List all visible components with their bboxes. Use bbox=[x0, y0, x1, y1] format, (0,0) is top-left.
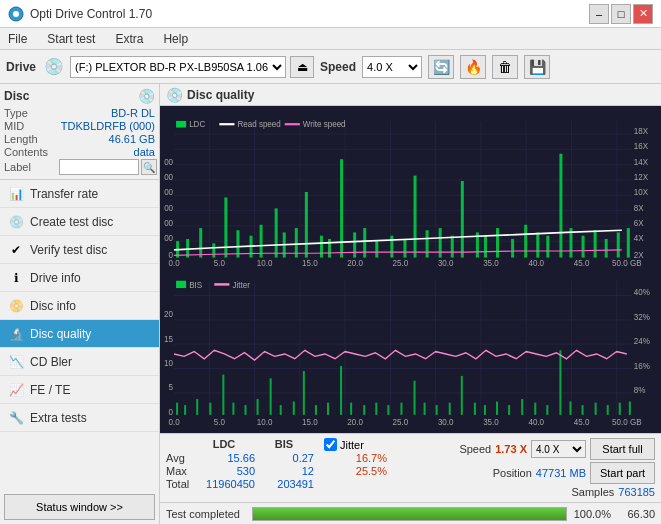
svg-text:100: 100 bbox=[164, 233, 173, 243]
svg-text:45.0: 45.0 bbox=[574, 258, 590, 268]
svg-rect-61 bbox=[328, 239, 331, 258]
svg-rect-165 bbox=[595, 402, 597, 414]
sidebar-item-drive-info[interactable]: ℹ Drive info bbox=[0, 264, 159, 292]
disc-info-panel: Disc 💿 Type BD-R DL MID TDKBLDRFB (000) … bbox=[0, 84, 159, 180]
svg-rect-86 bbox=[627, 228, 630, 258]
erase-button[interactable]: 🗑 bbox=[492, 55, 518, 79]
svg-text:20.0: 20.0 bbox=[347, 415, 363, 426]
svg-rect-147 bbox=[375, 402, 377, 414]
label-input[interactable] bbox=[59, 159, 139, 175]
save-button[interactable]: 💾 bbox=[524, 55, 550, 79]
svg-rect-130 bbox=[176, 402, 178, 414]
svg-text:30.0: 30.0 bbox=[438, 258, 454, 268]
sidebar-item-transfer-rate[interactable]: 📊 Transfer rate bbox=[0, 180, 159, 208]
sidebar-item-create-test-disc[interactable]: 💿 Create test disc bbox=[0, 208, 159, 236]
start-full-button[interactable]: Start full bbox=[590, 438, 655, 460]
app-icon bbox=[8, 6, 24, 22]
progress-speed: 66.30 bbox=[617, 508, 655, 520]
svg-text:15.0: 15.0 bbox=[302, 258, 318, 268]
status-window-button[interactable]: Status window >> bbox=[4, 494, 155, 520]
svg-text:Write speed: Write speed bbox=[303, 119, 346, 129]
sidebar-item-cd-bler[interactable]: 📉 CD Bler bbox=[0, 348, 159, 376]
start-part-button[interactable]: Start part bbox=[590, 462, 655, 484]
svg-rect-77 bbox=[524, 225, 527, 258]
svg-text:30.0: 30.0 bbox=[438, 415, 454, 426]
svg-rect-143 bbox=[327, 402, 329, 414]
svg-text:5.0: 5.0 bbox=[214, 415, 225, 426]
svg-rect-161 bbox=[546, 405, 548, 415]
minimize-button[interactable]: – bbox=[589, 4, 609, 24]
app-title: Opti Drive Control 1.70 bbox=[30, 7, 152, 21]
svg-rect-76 bbox=[511, 239, 514, 258]
svg-text:400: 400 bbox=[164, 187, 173, 197]
svg-text:8X: 8X bbox=[634, 202, 644, 212]
menu-start-test[interactable]: Start test bbox=[43, 30, 99, 48]
svg-rect-133 bbox=[209, 402, 211, 414]
sidebar-item-extra-tests[interactable]: 🔧 Extra tests bbox=[0, 404, 159, 432]
speed-label2: Speed bbox=[459, 443, 491, 455]
progress-area: Test completed 100.0% 66.30 bbox=[160, 502, 661, 524]
svg-text:14X: 14X bbox=[634, 156, 649, 166]
svg-rect-141 bbox=[303, 370, 305, 414]
menu-help[interactable]: Help bbox=[159, 30, 192, 48]
svg-rect-87 bbox=[176, 121, 186, 128]
svg-rect-85 bbox=[617, 232, 620, 257]
jitter-checkbox[interactable] bbox=[324, 438, 337, 451]
bis-header: BIS bbox=[254, 438, 314, 451]
svg-rect-154 bbox=[461, 375, 463, 414]
svg-rect-67 bbox=[403, 239, 406, 258]
svg-text:0.0: 0.0 bbox=[168, 258, 179, 268]
titlebar-controls: – □ ✕ bbox=[589, 4, 653, 24]
progress-bar-inner bbox=[253, 508, 566, 520]
burn-button[interactable]: 🔥 bbox=[460, 55, 486, 79]
svg-rect-162 bbox=[559, 350, 561, 415]
jitter-checkbox-group: Jitter bbox=[324, 438, 364, 451]
sidebar-item-verify-test-disc[interactable]: ✔ Verify test disc bbox=[0, 236, 159, 264]
type-value: BD-R DL bbox=[111, 107, 155, 119]
svg-rect-137 bbox=[257, 399, 259, 415]
menu-file[interactable]: File bbox=[4, 30, 31, 48]
refresh-button[interactable]: 🔄 bbox=[428, 55, 454, 79]
svg-text:BIS: BIS bbox=[189, 279, 202, 290]
svg-rect-149 bbox=[400, 402, 402, 414]
sidebar-item-disc-info[interactable]: 📀 Disc info bbox=[0, 292, 159, 320]
label-key: Label bbox=[4, 161, 59, 173]
svg-text:20.0: 20.0 bbox=[347, 258, 363, 268]
svg-text:0.0: 0.0 bbox=[168, 415, 179, 426]
svg-text:LDC: LDC bbox=[189, 119, 205, 129]
bottom-chart-svg: 0 5 10 15 20 40% 32% 24% 16% 8% bbox=[164, 271, 657, 430]
label-btn[interactable]: 🔍 bbox=[141, 159, 157, 175]
svg-text:24%: 24% bbox=[634, 335, 650, 346]
disc-icon[interactable]: 💿 bbox=[138, 88, 155, 104]
speed-label: Speed bbox=[320, 60, 356, 74]
drive-dropdown[interactable]: (F:) PLEXTOR BD-R PX-LB950SA 1.06 bbox=[70, 56, 286, 78]
svg-rect-69 bbox=[426, 230, 429, 257]
close-button[interactable]: ✕ bbox=[633, 4, 653, 24]
drive-selector: 💿 (F:) PLEXTOR BD-R PX-LB950SA 1.06 ⏏ bbox=[42, 55, 314, 79]
menu-extra[interactable]: Extra bbox=[111, 30, 147, 48]
sidebar-item-fe-te[interactable]: 📈 FE / TE bbox=[0, 376, 159, 404]
speed-select[interactable]: 4.0 X bbox=[531, 440, 586, 458]
contents-value: data bbox=[134, 146, 155, 158]
stats-headers: LDC BIS Jitter bbox=[194, 438, 453, 451]
sidebar-item-disc-quality[interactable]: 🔬 Disc quality bbox=[0, 320, 159, 348]
svg-rect-135 bbox=[232, 402, 234, 414]
toolbar: Drive 💿 (F:) PLEXTOR BD-R PX-LB950SA 1.0… bbox=[0, 50, 661, 84]
svg-text:35.0: 35.0 bbox=[483, 415, 499, 426]
svg-text:10: 10 bbox=[164, 357, 173, 368]
svg-text:5.0: 5.0 bbox=[214, 258, 225, 268]
svg-rect-71 bbox=[451, 236, 454, 258]
position-row: Position 47731 MB Start part bbox=[493, 462, 655, 484]
create-test-disc-icon: 💿 bbox=[8, 214, 24, 230]
transfer-rate-icon: 📊 bbox=[8, 186, 24, 202]
titlebar: Opti Drive Control 1.70 – □ ✕ bbox=[0, 0, 661, 28]
svg-rect-63 bbox=[353, 232, 356, 257]
svg-rect-148 bbox=[387, 405, 389, 415]
svg-text:20: 20 bbox=[164, 308, 173, 319]
svg-rect-144 bbox=[340, 366, 342, 415]
maximize-button[interactable]: □ bbox=[611, 4, 631, 24]
speed-dropdown[interactable]: 4.0 X bbox=[362, 56, 422, 78]
svg-rect-50 bbox=[199, 228, 202, 258]
eject-button[interactable]: ⏏ bbox=[290, 56, 314, 78]
disc-mid-row: MID TDKBLDRFB (000) bbox=[4, 120, 155, 132]
